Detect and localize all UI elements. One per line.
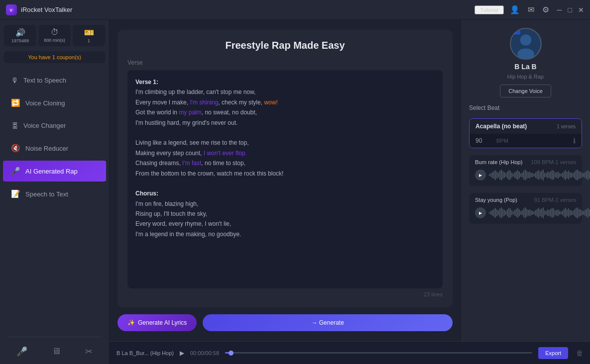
sidebar-nav: 🎙 Text to Speech 🔁 Voice Cloning 🎛 Voice… — [0, 67, 109, 333]
sidebar-item-text-to-speech[interactable]: 🎙 Text to Speech — [3, 70, 106, 91]
waveform-bar — [529, 172, 530, 179]
app-title: iRocket VoxTalker — [21, 6, 474, 13]
stats-bar: 🔊 1975489 ⏱ 800 min(s) 🎫 1 — [0, 20, 109, 49]
user-icon[interactable]: 👤 — [510, 5, 520, 14]
coupon-banner: You have 1 coupon(s) — [4, 51, 105, 63]
stat-coupons: 🎫 1 — [73, 25, 105, 46]
progress-track[interactable] — [225, 352, 532, 354]
lyrics-line: Verse 1: — [135, 77, 435, 87]
gear-icon[interactable]: ⚙ — [542, 5, 549, 14]
waveform-bar — [550, 209, 551, 217]
waveform-bar — [586, 171, 587, 179]
waveform-bar — [586, 209, 587, 217]
waveform-bar — [552, 170, 553, 180]
waveform-bar — [505, 211, 506, 215]
main-layout: 🔊 1975489 ⏱ 800 min(s) 🎫 1 You have 1 co… — [0, 20, 590, 364]
waveform-bar — [559, 211, 560, 215]
waveform-bar — [555, 210, 556, 215]
waveform-bar — [489, 174, 490, 176]
lyrics-box[interactable]: Verse 1: I'm climbing up the ladder, can… — [127, 70, 443, 288]
waveform-bar — [577, 207, 578, 218]
lyrics-line: I'm hustling hard, my grind's never out. — [135, 118, 435, 128]
voice-profile: B B La B Hip Hop & Rap Change Voice — [469, 28, 582, 97]
sidebar: 🔊 1975489 ⏱ 800 min(s) 🎫 1 You have 1 co… — [0, 20, 110, 364]
noise-reducer-icon: 🔇 — [11, 144, 20, 153]
minimize-button[interactable]: ─ — [557, 6, 562, 14]
delete-track-icon[interactable]: 🗑 — [576, 349, 583, 357]
waveform-bar — [558, 209, 559, 216]
waveform-bar — [513, 174, 514, 177]
waveform-bar — [549, 210, 550, 216]
waveform-bar — [501, 207, 502, 218]
sidebar-item-voice-changer[interactable]: 🎛 Voice Changer — [3, 115, 106, 136]
waveform-bar — [567, 172, 568, 179]
waveform-bar — [498, 210, 499, 215]
voice-changer-icon: 🎛 — [11, 121, 18, 130]
action-buttons: ✨ Generate AI Lyrics → Generate — [118, 314, 453, 331]
svg-text:V: V — [10, 8, 13, 12]
waveform-bar — [565, 208, 566, 218]
waveform-bar — [553, 208, 554, 217]
waveform-bar — [556, 210, 557, 216]
rap-card: Freestyle Rap Made Easy Verse Verse 1: I… — [118, 30, 453, 307]
waveform-bar — [544, 173, 545, 178]
verse-label: Verse — [127, 59, 443, 66]
export-button[interactable]: Export — [538, 347, 568, 359]
sidebar-item-label: Voice Cloning — [25, 99, 65, 107]
waveform-bar — [562, 210, 563, 215]
waveform-bar — [526, 171, 527, 179]
waveform-bar — [532, 211, 533, 215]
close-button[interactable]: ✕ — [578, 6, 584, 14]
waveform-bar — [588, 170, 589, 180]
waveform-bar — [565, 170, 566, 180]
lyrics-line: Making every step count, I won't ever fl… — [135, 148, 435, 158]
waveform-bar — [577, 170, 578, 181]
play-button-stay-young[interactable]: ▶ — [475, 207, 486, 218]
waveform-bar — [502, 171, 503, 179]
tutorial-button[interactable]: Tutorial — [474, 5, 503, 14]
waveform-bar — [523, 171, 524, 180]
waveform-bar — [579, 171, 580, 179]
svg-rect-5 — [511, 30, 520, 34]
beat-item-stay-young[interactable]: Stay young (Pop) 91 BPM-1 verses ▶ — [469, 193, 582, 224]
sidebar-item-voice-cloning[interactable]: 🔁 Voice Cloning — [3, 92, 106, 113]
avatar-container: B — [510, 28, 542, 60]
play-pause-button[interactable]: ▶ — [180, 350, 184, 357]
svg-point-4 — [517, 48, 534, 60]
lyrics-line: I'm a legend in the making, no goodbye. — [135, 229, 435, 239]
beat-waveform-2: ▶ — [475, 206, 576, 220]
lyrics-line: Every move I make, I'm shining, check my… — [135, 97, 435, 107]
voice-genre: Hip Hop & Rap — [507, 74, 544, 80]
generate-button[interactable]: → Generate — [203, 314, 453, 331]
beat-card-acapella[interactable]: Acapella (no beat) 1 verses BPM ℹ — [469, 118, 582, 148]
scissors-bottom-icon[interactable]: ✂ — [85, 346, 93, 357]
beat-item-burn-rate[interactable]: Burn rate (Hip Hop) 109 BPM-1 verses ▶ /… — [469, 155, 582, 186]
waveform-bar — [516, 209, 517, 217]
mic-bottom-icon[interactable]: 🎤 — [16, 346, 27, 357]
titlebar: V iRocket VoxTalker Tutorial 👤 ✉ ⚙ ─ □ ✕ — [0, 0, 590, 20]
play-button-burn-rate[interactable]: ▶ — [475, 170, 486, 181]
sidebar-bottom-tools: 🎤 🖥 ✂ — [0, 341, 109, 364]
waveform-bar — [579, 209, 580, 217]
change-voice-button[interactable]: Change Voice — [500, 85, 551, 97]
waveform-bar — [498, 173, 499, 178]
bpm-input[interactable] — [475, 137, 493, 144]
waveform-bar — [489, 212, 490, 214]
waveform-bar — [523, 208, 524, 217]
sidebar-item-noise-reducer[interactable]: 🔇 Noise Reducer — [3, 138, 106, 159]
waveform-bar — [507, 172, 508, 179]
sidebar-item-label: Noise Reducer — [25, 145, 68, 152]
lyrics-line: Chorus: — [135, 188, 435, 198]
waveform-bar — [529, 209, 530, 216]
generate-ai-lyrics-button[interactable]: ✨ Generate AI Lyrics — [118, 314, 197, 331]
waveform-bar — [555, 173, 556, 178]
waveform-bar — [568, 208, 569, 217]
waveform-bar — [537, 209, 538, 217]
app-logo: V — [6, 4, 17, 15]
sidebar-item-speech-to-text[interactable]: 📝 Speech to Text — [3, 183, 106, 204]
waveform-bar — [496, 209, 497, 216]
screen-bottom-icon[interactable]: 🖥 — [52, 346, 61, 357]
maximize-button[interactable]: □ — [568, 6, 572, 14]
mail-icon[interactable]: ✉ — [528, 5, 534, 14]
sidebar-item-ai-generated-rap[interactable]: 🎤 AI Generated Rap — [3, 161, 106, 182]
